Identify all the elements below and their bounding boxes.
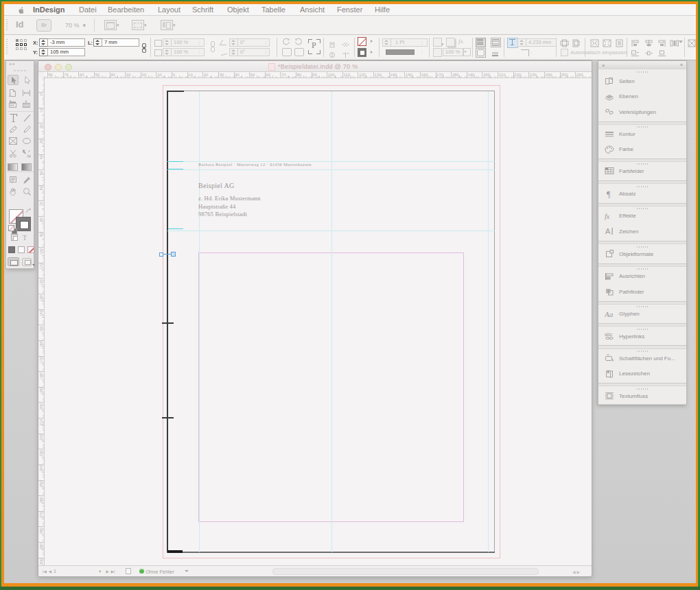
svg-text:Aa: Aa	[605, 310, 614, 318]
svg-text:A: A	[605, 227, 611, 235]
svg-text:¶: ¶	[607, 189, 611, 199]
svg-text:fx: fx	[605, 212, 610, 220]
svg-text:abc: abc	[605, 332, 613, 337]
